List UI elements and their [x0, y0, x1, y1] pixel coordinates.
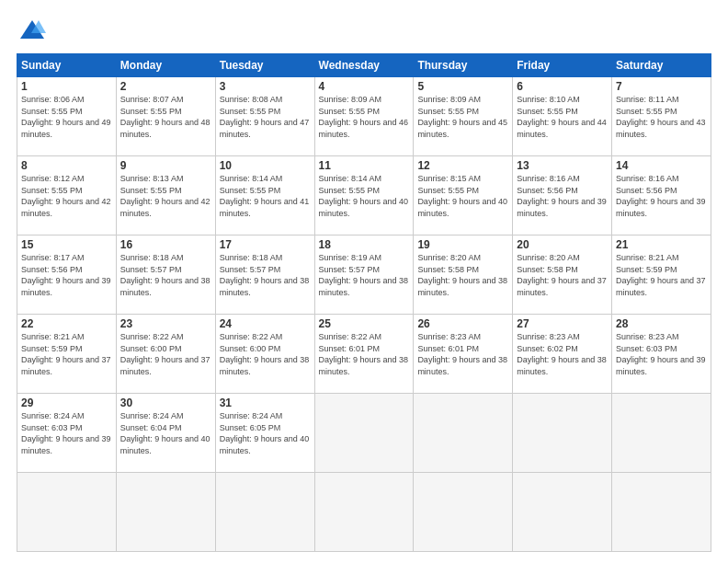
calendar-empty-cell — [414, 473, 513, 552]
calendar-day-cell: 1 Sunrise: 8:06 AMSunset: 5:55 PMDayligh… — [17, 77, 117, 156]
calendar-empty-cell — [215, 473, 314, 552]
header — [17, 17, 711, 44]
day-number: 24 — [220, 317, 311, 330]
day-info: Sunrise: 8:15 AMSunset: 5:55 PMDaylight:… — [417, 174, 507, 218]
day-info: Sunrise: 8:18 AMSunset: 5:57 PMDaylight:… — [220, 253, 310, 297]
calendar-day-cell: 21 Sunrise: 8:21 AMSunset: 5:59 PMDaylig… — [612, 236, 711, 315]
day-info: Sunrise: 8:22 AMSunset: 6:00 PMDaylight:… — [120, 332, 210, 376]
calendar-row: 15 Sunrise: 8:17 AMSunset: 5:56 PMDaylig… — [17, 236, 711, 315]
day-number: 1 — [21, 80, 112, 93]
calendar-empty-cell — [612, 394, 711, 473]
day-info: Sunrise: 8:10 AMSunset: 5:55 PMDaylight:… — [517, 95, 607, 139]
day-info: Sunrise: 8:20 AMSunset: 5:58 PMDaylight:… — [417, 253, 507, 297]
calendar-day-cell: 7 Sunrise: 8:11 AMSunset: 5:55 PMDayligh… — [612, 77, 711, 156]
calendar-day-header: Wednesday — [314, 54, 414, 77]
calendar-day-cell: 14 Sunrise: 8:16 AMSunset: 5:56 PMDaylig… — [612, 156, 711, 236]
day-info: Sunrise: 8:17 AMSunset: 5:56 PMDaylight:… — [21, 253, 111, 297]
calendar-day-cell: 17 Sunrise: 8:18 AMSunset: 5:57 PMDaylig… — [215, 236, 314, 315]
day-info: Sunrise: 8:12 AMSunset: 5:55 PMDaylight:… — [21, 174, 111, 218]
day-info: Sunrise: 8:13 AMSunset: 5:55 PMDaylight:… — [120, 174, 210, 218]
calendar-day-cell: 10 Sunrise: 8:14 AMSunset: 5:55 PMDaylig… — [215, 156, 314, 236]
calendar-row: 1 Sunrise: 8:06 AMSunset: 5:55 PMDayligh… — [17, 77, 711, 156]
calendar-day-cell: 2 Sunrise: 8:07 AMSunset: 5:55 PMDayligh… — [116, 77, 215, 156]
calendar-row: 22 Sunrise: 8:21 AMSunset: 5:59 PMDaylig… — [17, 315, 711, 394]
calendar-row: 29 Sunrise: 8:24 AMSunset: 6:03 PMDaylig… — [17, 394, 711, 473]
calendar-day-cell: 25 Sunrise: 8:22 AMSunset: 6:01 PMDaylig… — [314, 315, 414, 394]
calendar-day-cell: 6 Sunrise: 8:10 AMSunset: 5:55 PMDayligh… — [513, 77, 612, 156]
day-number: 20 — [517, 238, 608, 251]
calendar-day-cell: 3 Sunrise: 8:08 AMSunset: 5:55 PMDayligh… — [215, 77, 314, 156]
day-info: Sunrise: 8:14 AMSunset: 5:55 PMDaylight:… — [220, 174, 310, 218]
calendar-empty-cell — [414, 394, 513, 473]
day-number: 18 — [319, 238, 410, 251]
day-number: 10 — [220, 159, 311, 172]
day-info: Sunrise: 8:16 AMSunset: 5:56 PMDaylight:… — [517, 174, 607, 218]
calendar-empty-cell — [116, 473, 215, 552]
page-container: SundayMondayTuesdayWednesdayThursdayFrid… — [0, 0, 728, 563]
day-number: 29 — [21, 396, 112, 409]
day-info: Sunrise: 8:23 AMSunset: 6:01 PMDaylight:… — [417, 332, 507, 376]
calendar-empty-cell — [314, 394, 414, 473]
day-number: 8 — [21, 159, 112, 172]
calendar-day-header: Sunday — [17, 54, 117, 77]
calendar-day-cell: 5 Sunrise: 8:09 AMSunset: 5:55 PMDayligh… — [414, 77, 513, 156]
day-number: 12 — [417, 159, 508, 172]
calendar-day-cell: 31 Sunrise: 8:24 AMSunset: 6:05 PMDaylig… — [215, 394, 314, 473]
day-number: 6 — [517, 80, 608, 93]
day-number: 28 — [616, 317, 707, 330]
day-number: 13 — [517, 159, 608, 172]
day-number: 5 — [417, 80, 508, 93]
day-number: 27 — [517, 317, 608, 330]
logo-icon — [18, 17, 46, 44]
calendar-row — [17, 473, 711, 552]
calendar-day-cell: 28 Sunrise: 8:23 AMSunset: 6:03 PMDaylig… — [612, 315, 711, 394]
calendar-day-cell: 13 Sunrise: 8:16 AMSunset: 5:56 PMDaylig… — [513, 156, 612, 236]
day-number: 14 — [616, 159, 707, 172]
calendar-empty-cell — [612, 473, 711, 552]
calendar-day-cell: 16 Sunrise: 8:18 AMSunset: 5:57 PMDaylig… — [116, 236, 215, 315]
calendar-day-cell: 15 Sunrise: 8:17 AMSunset: 5:56 PMDaylig… — [17, 236, 117, 315]
day-info: Sunrise: 8:21 AMSunset: 5:59 PMDaylight:… — [616, 253, 706, 297]
calendar-day-cell: 22 Sunrise: 8:21 AMSunset: 5:59 PMDaylig… — [17, 315, 117, 394]
calendar-day-cell: 4 Sunrise: 8:09 AMSunset: 5:55 PMDayligh… — [314, 77, 414, 156]
calendar-day-cell: 24 Sunrise: 8:22 AMSunset: 6:00 PMDaylig… — [215, 315, 314, 394]
day-info: Sunrise: 8:24 AMSunset: 6:05 PMDaylight:… — [220, 411, 310, 455]
calendar-day-header: Friday — [513, 54, 612, 77]
calendar-empty-cell — [314, 473, 414, 552]
day-info: Sunrise: 8:07 AMSunset: 5:55 PMDaylight:… — [120, 95, 210, 139]
day-number: 30 — [120, 396, 211, 409]
calendar-day-cell: 11 Sunrise: 8:14 AMSunset: 5:55 PMDaylig… — [314, 156, 414, 236]
day-info: Sunrise: 8:14 AMSunset: 5:55 PMDaylight:… — [319, 174, 409, 218]
day-number: 23 — [120, 317, 211, 330]
day-info: Sunrise: 8:09 AMSunset: 5:55 PMDaylight:… — [319, 95, 409, 139]
day-info: Sunrise: 8:19 AMSunset: 5:57 PMDaylight:… — [319, 253, 409, 297]
calendar-day-header: Monday — [116, 54, 215, 77]
day-number: 19 — [417, 238, 508, 251]
day-info: Sunrise: 8:23 AMSunset: 6:03 PMDaylight:… — [616, 332, 706, 376]
day-number: 17 — [220, 238, 311, 251]
day-number: 26 — [417, 317, 508, 330]
calendar-day-header: Saturday — [612, 54, 711, 77]
day-number: 16 — [120, 238, 211, 251]
day-number: 11 — [319, 159, 410, 172]
day-number: 7 — [616, 80, 707, 93]
day-number: 21 — [616, 238, 707, 251]
calendar-day-cell: 18 Sunrise: 8:19 AMSunset: 5:57 PMDaylig… — [314, 236, 414, 315]
calendar-day-cell: 19 Sunrise: 8:20 AMSunset: 5:58 PMDaylig… — [414, 236, 513, 315]
day-info: Sunrise: 8:22 AMSunset: 6:00 PMDaylight:… — [220, 332, 310, 376]
calendar-row: 8 Sunrise: 8:12 AMSunset: 5:55 PMDayligh… — [17, 156, 711, 236]
day-number: 15 — [21, 238, 112, 251]
calendar-day-cell: 8 Sunrise: 8:12 AMSunset: 5:55 PMDayligh… — [17, 156, 117, 236]
day-info: Sunrise: 8:16 AMSunset: 5:56 PMDaylight:… — [616, 174, 706, 218]
calendar-empty-cell — [513, 394, 612, 473]
calendar-day-cell: 12 Sunrise: 8:15 AMSunset: 5:55 PMDaylig… — [414, 156, 513, 236]
day-info: Sunrise: 8:24 AMSunset: 6:04 PMDaylight:… — [120, 411, 210, 455]
calendar-day-cell: 26 Sunrise: 8:23 AMSunset: 6:01 PMDaylig… — [414, 315, 513, 394]
day-number: 2 — [120, 80, 211, 93]
day-number: 25 — [319, 317, 410, 330]
calendar-day-cell: 23 Sunrise: 8:22 AMSunset: 6:00 PMDaylig… — [116, 315, 215, 394]
calendar-day-cell: 27 Sunrise: 8:23 AMSunset: 6:02 PMDaylig… — [513, 315, 612, 394]
day-info: Sunrise: 8:09 AMSunset: 5:55 PMDaylight:… — [417, 95, 507, 139]
day-info: Sunrise: 8:21 AMSunset: 5:59 PMDaylight:… — [21, 332, 111, 376]
calendar-day-cell: 29 Sunrise: 8:24 AMSunset: 6:03 PMDaylig… — [17, 394, 117, 473]
